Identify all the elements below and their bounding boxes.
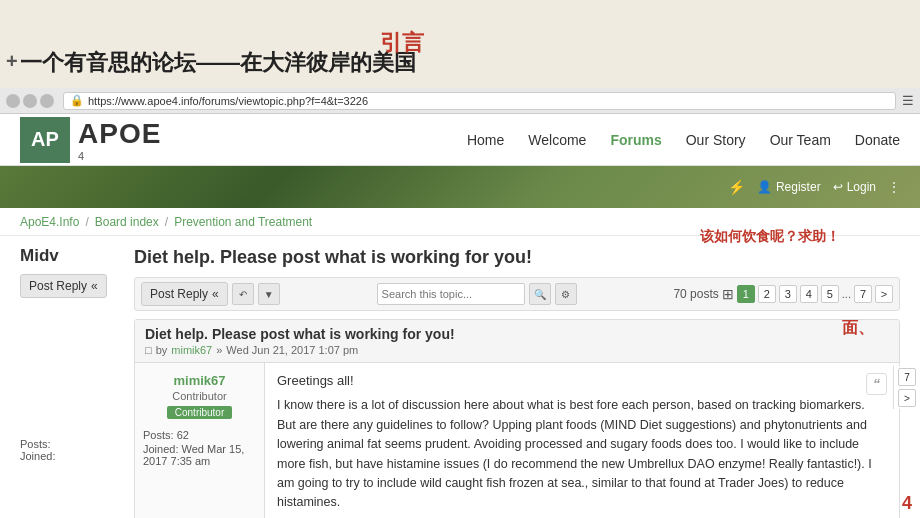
page-5[interactable]: 5 (821, 285, 839, 303)
post-header: Diet help. Please post what is working f… (135, 320, 899, 363)
post-content-col: “ Greetings all! I know there is a lot o… (265, 363, 899, 518)
search-settings-btn[interactable]: ⚙ (555, 283, 577, 305)
site-wrapper: AP APOE 4 Home Welcome Forums Our Story … (0, 114, 920, 518)
top-nav: AP APOE 4 Home Welcome Forums Our Story … (0, 114, 920, 166)
chinese-diet-annotation: 该如何饮食呢？求助！ (700, 228, 840, 246)
post-meta-sep: » (216, 344, 222, 356)
right-page-nums: 7 > (893, 366, 920, 409)
joined-label: Joined: (143, 443, 178, 455)
annotation-plus: + (6, 50, 18, 73)
posts-value: 62 (177, 429, 189, 441)
posts-count: 70 posts (673, 287, 718, 301)
post-icon: □ (145, 344, 152, 356)
browser-refresh-btn[interactable] (40, 94, 54, 108)
page-1[interactable]: 1 (737, 285, 755, 303)
register-btn[interactable]: 👤 Register (757, 180, 821, 194)
page-ellipsis: ... (842, 288, 851, 300)
chinese-right-overlay: 面、 (842, 318, 874, 339)
browser-settings-icon[interactable]: ☰ (902, 93, 914, 108)
logo-sub: 4 (78, 150, 161, 162)
post-quote-icon[interactable]: “ (866, 373, 887, 395)
toolbar-post-reply-label: Post Reply (150, 287, 208, 301)
nav-forums[interactable]: Forums (610, 132, 661, 148)
page-4[interactable]: 4 (800, 285, 818, 303)
search-topic-input[interactable] (377, 283, 525, 305)
logo-text-area: APOE 4 (78, 118, 161, 162)
nav-our-story[interactable]: Our Story (686, 132, 746, 148)
post-user-role: Contributor (143, 390, 256, 402)
post-reply-button[interactable]: Post Reply « (20, 274, 107, 298)
annotation-intro-text: 引言 (380, 28, 424, 58)
post-date: Wed Jun 21, 2017 1:07 pm (226, 344, 358, 356)
breadcrumb-section[interactable]: Prevention and Treatment (174, 215, 312, 229)
login-btn[interactable]: ↩ Login (833, 180, 876, 194)
rpn-7[interactable]: 7 (898, 368, 916, 386)
mid-label: Midv (20, 246, 120, 266)
logo-box: AP (20, 117, 70, 163)
posts-label: Posts: (143, 429, 174, 441)
post-body-row: mimik67 Contributor Contributor Posts: 6… (135, 363, 899, 518)
nav-home[interactable]: Home (467, 132, 504, 148)
tool-btn-2[interactable]: ▼ (258, 283, 280, 305)
nav-donate[interactable]: Donate (855, 132, 900, 148)
second-user-area: Posts: Joined: (20, 438, 120, 462)
breadcrumb-home[interactable]: ApoE4.Info (20, 215, 79, 229)
annotation-main-text: 一个有音思的论坛——在大洋彼岸的美国 (20, 48, 416, 78)
pagination-area: 70 posts ⊞ 1 2 3 4 5 ... 7 > (673, 285, 893, 303)
post-author-link[interactable]: mimik67 (171, 344, 212, 356)
logo-text: APOE (78, 118, 161, 150)
tool-btn-1[interactable]: ↶ (232, 283, 254, 305)
page-7[interactable]: 7 (854, 285, 872, 303)
post-user-col: mimik67 Contributor Contributor Posts: 6… (135, 363, 265, 518)
post-meta: □ by mimik67 » Wed Jun 21, 2017 1:07 pm (145, 344, 889, 356)
lightning-icon: ⚡ (728, 179, 745, 195)
page-2[interactable]: 2 (758, 285, 776, 303)
logo-area: AP APOE 4 (20, 117, 161, 163)
user-posts: Posts: 62 (143, 429, 256, 441)
post-reply-icon: « (91, 279, 98, 293)
second-joined-label: Joined: (20, 450, 120, 462)
user-icon: 👤 (757, 180, 772, 194)
action-row: Post Reply « (20, 274, 120, 298)
post-text-body: I know there is a lot of discussion here… (277, 396, 887, 518)
url-bar[interactable]: 🔒 https://www.apoe4.info/forums/viewtopi… (63, 92, 896, 110)
corner-number: 4 (902, 493, 912, 514)
page-3[interactable]: 3 (779, 285, 797, 303)
browser-forward-btn[interactable] (23, 94, 37, 108)
search-submit-btn[interactable]: 🔍 (529, 283, 551, 305)
banner-menu-icon[interactable]: ⋮ (888, 180, 900, 194)
toolbar-reply-icon: « (212, 287, 219, 301)
post-by-label: by (156, 344, 168, 356)
second-posts-label: Posts: (20, 438, 120, 450)
main-content: 该如何饮食呢？求助！ Diet help. Please post what i… (134, 246, 900, 518)
breadcrumb-sep2: / (165, 215, 168, 229)
nav-our-team[interactable]: Our Team (770, 132, 831, 148)
banner-icons: ⚡ 👤 Register ↩ Login ⋮ (728, 179, 900, 195)
page-title-bar: 该如何饮食呢？求助！ Diet help. Please post what i… (134, 246, 900, 269)
breadcrumb-board-index[interactable]: Board index (95, 215, 159, 229)
toolbar-left: Post Reply « ↶ ▼ (141, 282, 280, 306)
content-area: Midv Post Reply « Posts: Joined: (0, 236, 920, 518)
browser-chrome: 🔒 https://www.apoe4.info/forums/viewtopi… (0, 88, 920, 114)
user-joined: Joined: Wed Mar 15, 2017 7:35 am (143, 443, 256, 467)
forum-toolbar: Post Reply « ↶ ▼ 🔍 ⚙ 70 posts ⊞ 1 2 3 (134, 277, 900, 311)
login-arrow-icon: ↩ (833, 180, 843, 194)
post-user-stats: Posts: 62 Joined: Wed Mar 15, 2017 7:35 … (143, 429, 256, 467)
post-greeting: Greetings all! (277, 373, 887, 388)
toolbar-search: 🔍 ⚙ (377, 283, 577, 305)
nav-welcome[interactable]: Welcome (528, 132, 586, 148)
post-user-badge: Contributor (167, 406, 232, 419)
post-username[interactable]: mimik67 (143, 373, 256, 388)
logo-icon: AP (31, 128, 59, 151)
post-title: Diet help. Please post what is working f… (145, 326, 889, 342)
toolbar-post-reply-button[interactable]: Post Reply « (141, 282, 228, 306)
forum-title: Diet help. Please post what is working f… (134, 246, 900, 269)
rpn-next[interactable]: > (898, 389, 916, 407)
breadcrumb-sep1: / (85, 215, 88, 229)
browser-back-btn[interactable] (6, 94, 20, 108)
nav-links: Home Welcome Forums Our Story Our Team D… (467, 132, 900, 148)
post-paragraph-1: I know there is a lot of discussion here… (277, 396, 887, 512)
login-label: Login (847, 180, 876, 194)
lock-icon: 🔒 (70, 94, 84, 107)
page-next[interactable]: > (875, 285, 893, 303)
